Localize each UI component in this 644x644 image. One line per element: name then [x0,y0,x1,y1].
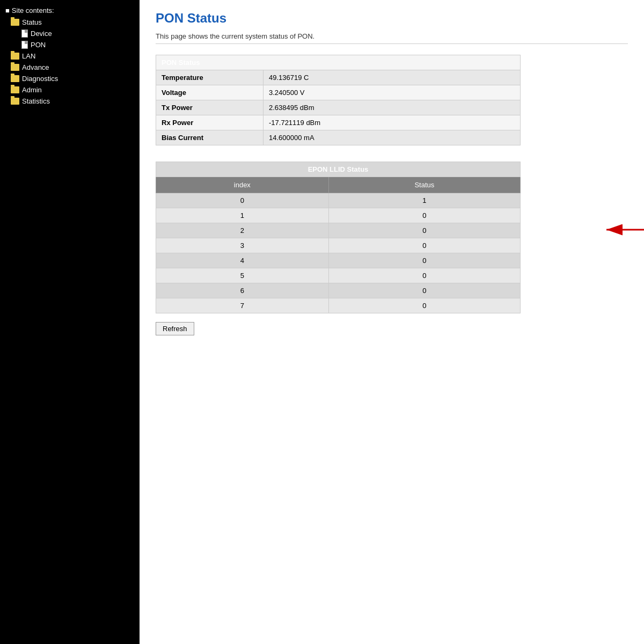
main-content: PON Status This page shows the current s… [140,0,644,644]
rxpower-value: -17.721119 dBm [264,115,521,130]
llid-status-3: 0 [328,238,520,253]
llid-index-3: 3 [156,238,329,253]
table-row: 4 0 [156,253,521,268]
llid-index-2: 2 [156,223,329,238]
page-description: This page shows the current system statu… [156,32,628,40]
folder-icon [11,53,19,60]
sidebar-title: ■ Site contents: [0,4,140,17]
folder-icon [11,86,19,93]
llid-status-1: 0 [328,208,520,223]
llid-index-4: 4 [156,253,329,268]
temperature-value: 49.136719 C [264,70,521,85]
sidebar-item-diagnostics[interactable]: Diagnostics [0,73,140,84]
temperature-label: Temperature [156,70,264,85]
llid-status-5: 0 [328,268,520,283]
table-row: Temperature 49.136719 C [156,70,521,85]
epon-llid-table: EPON LLID Status index Status 0 1 1 0 2 … [156,162,521,313]
llid-status-2: 0 [328,223,520,238]
table-row: Tx Power 2.638495 dBm [156,100,521,115]
col-header-index: index [156,177,329,193]
sidebar-item-lan[interactable]: LAN [0,50,140,62]
llid-status-0: 1 [328,193,520,208]
txpower-value: 2.638495 dBm [264,100,521,115]
sidebar-item-label: Admin [22,86,42,94]
llid-index-6: 6 [156,283,329,298]
table-row: Voltage 3.240500 V [156,85,521,100]
table-row: 5 0 [156,268,521,283]
pon-status-table: PON Status Temperature 49.136719 C Volta… [156,55,521,145]
table-row: 1 0 [156,208,521,223]
sidebar-item-statistics[interactable]: Statistics [0,96,140,107]
sidebar: ■ Site contents: Status Device PON LAN A… [0,0,140,644]
llid-status-7: 0 [328,298,520,313]
refresh-button[interactable]: Refresh [156,322,194,335]
sidebar-item-label: Statistics [22,97,50,105]
folder-icon [11,64,19,71]
sidebar-item-admin[interactable]: Admin [0,84,140,96]
table-row: Bias Current 14.600000 mA [156,130,521,145]
pon-status-header: PON Status [156,55,521,70]
folder-icon [11,98,19,105]
sidebar-item-label: PON [31,41,46,49]
rxpower-label: Rx Power [156,115,264,130]
epon-llid-header: EPON LLID Status [156,162,521,177]
doc-icon [21,41,28,49]
table-row: Rx Power -17.721119 dBm [156,115,521,130]
llid-index-0: 0 [156,193,329,208]
sidebar-item-label: Status [22,18,42,26]
folder-icon [11,19,19,26]
llid-index-7: 7 [156,298,329,313]
biascurrent-label: Bias Current [156,130,264,145]
divider [156,43,628,44]
llid-index-5: 5 [156,268,329,283]
sidebar-item-label: Device [31,30,52,38]
llid-status-4: 0 [328,253,520,268]
txpower-label: Tx Power [156,100,264,115]
llid-index-1: 1 [156,208,329,223]
sidebar-item-label: Advance [22,63,49,71]
voltage-label: Voltage [156,85,264,100]
sidebar-item-status[interactable]: Status [0,17,140,28]
sidebar-item-pon[interactable]: PON [0,39,140,50]
sidebar-item-device[interactable]: Device [0,28,140,39]
sidebar-item-label: LAN [22,52,35,60]
table-row: 0 1 [156,193,521,208]
llid-section: EPON LLID Status index Status 0 1 1 0 2 … [156,162,628,313]
col-header-status: Status [328,177,520,193]
llid-status-6: 0 [328,283,520,298]
biascurrent-value: 14.600000 mA [264,130,521,145]
sidebar-item-advance[interactable]: Advance [0,62,140,73]
arrow-annotation [596,222,644,245]
sidebar-item-label: Diagnostics [22,75,58,83]
voltage-value: 3.240500 V [264,85,521,100]
folder-icon [11,75,19,82]
table-row: 2 0 [156,223,521,238]
tree-icon: ■ [5,6,10,14]
table-row: 6 0 [156,283,521,298]
table-row: 3 0 [156,238,521,253]
page-title: PON Status [156,11,628,26]
doc-icon [21,30,28,38]
table-row: 7 0 [156,298,521,313]
